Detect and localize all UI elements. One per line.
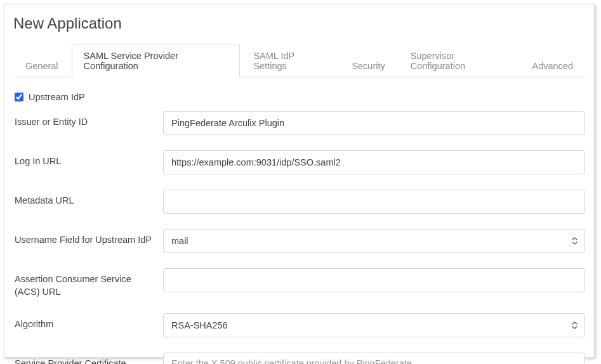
tab-advanced[interactable]: Advanced	[520, 54, 586, 77]
algorithm-row: Algorithm RSA-SHA256	[13, 313, 585, 337]
upstream-idp-row: Upstream IdP	[15, 92, 584, 102]
username-field-label: Username Field for Upstream IdP	[13, 229, 163, 247]
tab-supervisor-config[interactable]: Supervisor Configuration	[399, 44, 519, 77]
acs-url-row: Assertion Consumer Service (ACS) URL	[13, 268, 585, 298]
username-field-select[interactable]: mail	[163, 229, 585, 253]
upstream-idp-label: Upstream IdP	[29, 92, 85, 102]
tab-security[interactable]: Security	[340, 54, 397, 77]
issuer-input[interactable]	[163, 111, 585, 135]
acs-url-label: Assertion Consumer Service (ACS) URL	[13, 268, 163, 298]
sp-cert-row: Service Provider Certificate	[13, 353, 585, 364]
login-url-label: Log In URL	[13, 150, 163, 168]
metadata-url-row: Metadata URL	[13, 190, 585, 214]
issuer-row: Issuer or Entity ID	[13, 111, 585, 135]
login-url-row: Log In URL	[13, 150, 585, 174]
algorithm-select[interactable]: RSA-SHA256	[163, 313, 585, 337]
tab-saml-sp-config[interactable]: SAML Service Provider Configuration	[72, 44, 241, 77]
tab-general[interactable]: General	[13, 54, 70, 77]
metadata-url-input[interactable]	[163, 190, 585, 214]
username-field-row: Username Field for Upstream IdP mail	[13, 229, 585, 253]
page-title: New Application	[4, 4, 594, 35]
upstream-idp-checkbox[interactable]	[15, 93, 23, 101]
issuer-label: Issuer or Entity ID	[13, 111, 163, 129]
acs-url-input[interactable]	[163, 268, 585, 292]
new-application-panel: New Application General SAML Service Pro…	[4, 4, 595, 358]
tabs-bar: General SAML Service Provider Configurat…	[4, 35, 594, 77]
sp-cert-textarea[interactable]	[163, 353, 585, 364]
metadata-url-label: Metadata URL	[13, 190, 163, 207]
login-url-input[interactable]	[163, 150, 585, 174]
sp-cert-label: Service Provider Certificate	[13, 353, 163, 364]
form-area: Upstream IdP Issuer or Entity ID Log In …	[4, 78, 594, 364]
algorithm-label: Algorithm	[13, 313, 163, 331]
tab-saml-idp-settings[interactable]: SAML IdP Settings	[241, 44, 338, 77]
